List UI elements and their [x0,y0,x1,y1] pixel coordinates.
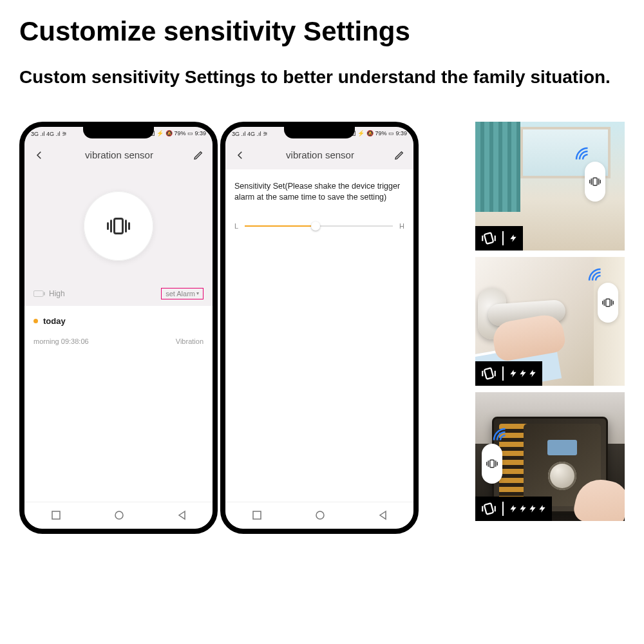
wifi-signal-icon [573,145,592,164]
slider-high-label: H [399,222,404,230]
event-time: morning 09:38:06 [33,337,89,345]
sensitivity-slider[interactable] [245,222,393,231]
use-case-window [475,122,625,251]
battery-icon [33,290,45,297]
event-row[interactable]: morning 09:38:06 Vibration [33,337,204,345]
svg-rect-4 [253,511,261,519]
back-icon[interactable] [33,149,45,161]
intensity-badge [475,497,552,521]
svg-point-3 [115,511,123,519]
page-heading: Customize sensitivity Settings [19,16,625,47]
intensity-badge [475,226,523,251]
nav-recent-icon[interactable] [51,510,61,520]
svg-rect-8 [484,503,493,514]
svg-rect-7 [484,368,493,379]
nav-back-icon[interactable] [378,510,387,520]
set-alarm-button[interactable]: set Alarm [161,288,204,299]
phone-mockup-sensitivity: 3G .ıl 4G .ıl ⚞ ⓃⓃ ⚿ ⚡ 🔕 79% ▭ 9:39 vibr… [220,122,419,534]
wifi-signal-icon [491,426,510,445]
sensor-device-graphic [482,444,502,484]
status-left: 3G .ıl 4G .ıl ⚞ [31,131,67,137]
nav-back-icon[interactable] [177,510,186,520]
vibration-badge-icon [480,230,497,247]
bolt-group [509,366,537,381]
bolt-group [509,231,518,245]
screen2-body: Sensitivity Set(Please shake the device … [225,169,413,502]
app-title: vibration sensor [286,149,354,160]
svg-rect-1 [44,292,45,295]
today-heading: today [33,316,204,326]
edit-icon[interactable] [193,150,204,160]
android-nav-bar [225,502,413,529]
back-icon[interactable] [234,149,246,161]
curtain-graphic [475,122,520,212]
status-left: 3G .ıl 4G .ıl ⚞ [232,131,268,137]
app-header: vibration sensor [24,141,213,169]
nav-home-icon[interactable] [315,510,325,520]
today-label: today [43,316,66,326]
use-case-safe [475,392,625,521]
sensitivity-instructions: Sensitivity Set(Please shake the device … [234,181,404,204]
android-nav-bar [24,502,213,529]
page-subheading: Custom sensitivity Settings to better un… [19,65,625,90]
svg-rect-2 [52,511,60,519]
use-case-door [475,257,625,386]
slider-low-label: L [234,222,238,230]
sensor-status-button[interactable] [84,191,153,261]
bullet-icon [33,319,38,323]
phone-notch [284,127,355,138]
event-log: today morning 09:38:06 Vibration [24,306,213,502]
app-header: vibration sensor [225,141,413,169]
vibration-icon [107,218,130,234]
use-case-thumbnails [475,122,625,521]
app-title: vibration sensor [85,149,153,160]
phone-notch [83,127,154,138]
battery-label: High [49,289,65,298]
battery-status: High [33,289,65,298]
content-row: 3G .ıl 4G .ıl ⚞ ⓃⓃ ⚿ ⚡ 🔕 79% ▭ 9:39 vibr… [19,122,625,534]
svg-rect-6 [484,232,493,243]
screen1-body: High set Alarm today morning 09:38:06 Vi… [24,169,213,502]
vibration-badge-icon [480,500,497,517]
svg-point-5 [316,511,324,519]
svg-rect-0 [33,290,43,296]
sensor-device-graphic [598,283,618,323]
intensity-badge [475,361,542,386]
bolt-group [509,502,547,516]
nav-recent-icon[interactable] [252,510,262,520]
vibration-badge-icon [480,365,497,382]
wifi-signal-icon [586,266,605,285]
edit-icon[interactable] [394,150,404,160]
event-type: Vibration [176,337,204,345]
nav-home-icon[interactable] [114,510,124,520]
sensor-device-graphic [585,162,605,202]
phone-mockup-main: 3G .ıl 4G .ıl ⚞ ⓃⓃ ⚿ ⚡ 🔕 79% ▭ 9:39 vibr… [19,122,218,534]
